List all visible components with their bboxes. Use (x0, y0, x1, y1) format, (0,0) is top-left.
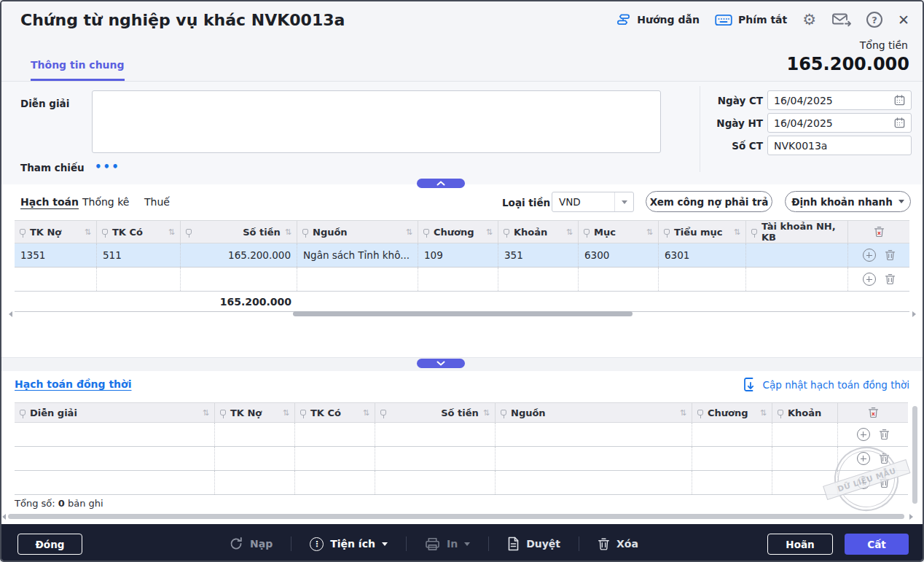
reload-button[interactable]: Nạp (229, 536, 273, 551)
pin-icon[interactable] (423, 229, 429, 235)
col-header-so-tien[interactable]: Số tiền⇅ (181, 221, 297, 243)
accounting-row-1[interactable]: 1351 511 165.200.000 Ngân sách Tỉnh khô.… (15, 243, 909, 268)
col-header-chuong[interactable]: Chương⇅ (418, 221, 498, 243)
calendar-icon[interactable] (894, 117, 905, 128)
pin-icon[interactable] (584, 229, 590, 235)
save-button[interactable]: Cất (845, 534, 909, 555)
tab-general-info[interactable]: Thông tin chung (31, 59, 125, 81)
cell-tai-khoan-nh[interactable] (746, 243, 848, 267)
col-header-khoan[interactable]: Khoản⇅ (498, 221, 579, 243)
print-button[interactable]: In (425, 537, 470, 551)
horizontal-scrollbar-thumb[interactable] (8, 514, 904, 519)
delete-row-icon[interactable] (879, 477, 890, 488)
scroll-left-arrow[interactable] (9, 311, 12, 317)
sort-icon: ⇅ (285, 227, 291, 237)
col-header-chuong[interactable]: Chương⇅ (692, 403, 772, 422)
col-header-nguon[interactable]: Nguồn⇅ (297, 221, 418, 243)
col-header-nguon[interactable]: Nguồn⇅ (496, 403, 692, 422)
delete-button[interactable]: Xóa (598, 537, 638, 551)
cell-muc[interactable]: 6300 (579, 243, 659, 267)
pin-icon[interactable] (501, 410, 506, 415)
col-header-tai-khoan-nh[interactable]: Tài khoản NH, KB (746, 221, 848, 243)
pin-icon[interactable] (220, 410, 226, 415)
close-icon[interactable]: ✕ (898, 13, 909, 27)
date-ht-input[interactable] (767, 113, 912, 133)
pin-icon[interactable] (300, 410, 306, 415)
grid-tab-accounting[interactable]: Hạch toán (20, 196, 79, 208)
pin-icon[interactable] (751, 229, 757, 235)
shortcuts-button[interactable]: Phím tắt (715, 14, 787, 26)
add-row-icon[interactable] (863, 249, 876, 262)
simultaneous-row-empty[interactable] (15, 471, 908, 495)
simultaneous-row-empty[interactable] (15, 423, 908, 447)
simultaneous-posting-title[interactable]: Hạch toán đồng thời (15, 378, 131, 390)
cell-chuong[interactable]: 109 (418, 243, 498, 267)
pin-icon[interactable] (778, 410, 783, 415)
add-row-icon[interactable] (863, 273, 876, 286)
vertical-scrollbar-thumb[interactable] (912, 406, 917, 504)
grid-tab-tax[interactable]: Thuế (144, 196, 170, 208)
view-debt-button[interactable]: Xem công nợ phải trả (646, 191, 772, 212)
col-header-tk-co[interactable]: TK Có⇅ (295, 403, 375, 422)
delete-row-icon[interactable] (879, 429, 890, 440)
pin-icon[interactable] (302, 229, 308, 235)
collapse-up-button[interactable] (417, 179, 465, 188)
pin-icon[interactable] (664, 229, 670, 235)
description-textarea[interactable] (92, 90, 661, 153)
update-simultaneous-link[interactable]: Cập nhật hạch toán đồng thời (743, 377, 909, 392)
mail-send-icon[interactable] (831, 12, 851, 28)
delete-row-icon[interactable] (885, 273, 896, 285)
col-header-tk-co[interactable]: TK Có⇅ (97, 221, 181, 243)
cell-tieu-muc[interactable]: 6301 (659, 243, 746, 267)
gear-icon[interactable]: ⚙ (802, 12, 816, 28)
close-button[interactable]: Đóng (17, 534, 82, 555)
postpone-button[interactable]: Hoãn (767, 534, 833, 555)
col-header-tk-no[interactable]: TK Nợ⇅ (215, 403, 295, 422)
quick-posting-button[interactable]: Định khoản nhanh (785, 191, 911, 212)
delete-row-icon[interactable] (885, 249, 896, 261)
col-header-dien-giai[interactable]: Diễn giải⇅ (15, 403, 215, 422)
pin-icon[interactable] (504, 229, 509, 235)
sort-icon: ⇅ (168, 227, 175, 237)
currency-select[interactable]: VND (552, 192, 634, 212)
delete-all-rows-icon[interactable]: x (874, 226, 885, 238)
utilities-button[interactable]: ⋮ Tiện ích (310, 537, 388, 551)
date-ct-input[interactable] (767, 90, 912, 110)
guide-button[interactable]: Hướng dẫn (616, 12, 700, 28)
help-icon[interactable]: ? (866, 12, 882, 28)
reference-more-button[interactable]: ••• (95, 160, 120, 173)
pin-icon[interactable] (380, 410, 386, 415)
delete-all-rows-icon[interactable]: x (868, 407, 879, 418)
cell-tk-co[interactable]: 511 (97, 243, 181, 267)
scroll-right-arrow[interactable] (909, 514, 913, 520)
add-row-icon[interactable] (857, 476, 870, 489)
grid-tab-statistics[interactable]: Thống kê (82, 196, 129, 208)
add-row-icon[interactable] (857, 428, 870, 441)
cell-so-tien[interactable]: 165.200.000 (181, 243, 297, 267)
approve-button[interactable]: Duyệt (507, 536, 560, 551)
accounting-row-empty[interactable] (15, 268, 909, 292)
pin-icon[interactable] (697, 410, 703, 415)
scroll-left-arrow[interactable] (2, 514, 6, 520)
doc-no-input[interactable] (767, 136, 912, 155)
cell-khoan[interactable]: 351 (498, 243, 579, 267)
shortcuts-label: Phím tắt (738, 14, 787, 26)
calendar-icon[interactable] (894, 95, 905, 106)
scroll-right-arrow[interactable] (912, 311, 916, 317)
col-header-so-tien[interactable]: Số tiền⇅ (375, 403, 496, 422)
horizontal-scrollbar-thumb[interactable] (293, 311, 633, 316)
collapse-down-button[interactable] (417, 359, 465, 368)
delete-row-icon[interactable] (879, 453, 890, 464)
pin-icon[interactable] (102, 229, 108, 235)
pin-icon[interactable] (20, 410, 26, 415)
col-header-khoan[interactable]: Khoản (772, 403, 838, 422)
cell-tk-no[interactable]: 1351 (15, 243, 97, 267)
cell-nguon[interactable]: Ngân sách Tỉnh khô... (297, 243, 418, 267)
col-header-tk-no[interactable]: TK Nợ⇅ (15, 221, 97, 243)
col-header-muc[interactable]: Mục⇅ (579, 221, 659, 243)
pin-icon[interactable] (186, 229, 192, 235)
col-header-tieu-muc[interactable]: Tiểu mục⇅ (659, 221, 746, 243)
pin-icon[interactable] (20, 229, 26, 235)
simultaneous-row-empty[interactable] (15, 447, 908, 471)
add-row-icon[interactable] (857, 452, 870, 465)
